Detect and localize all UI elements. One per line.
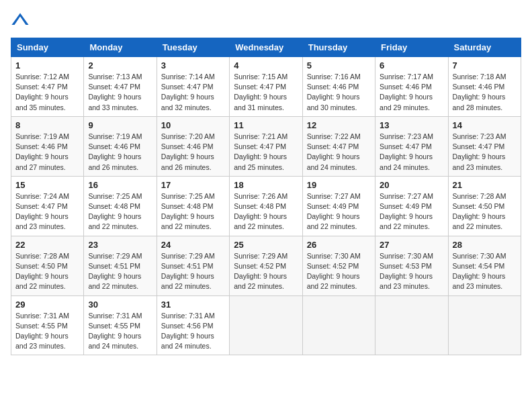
day-info: Sunrise: 7:12 AMSunset: 4:47 PMDaylight:… xyxy=(15,72,79,113)
day-number: 7 xyxy=(453,60,517,71)
day-number: 30 xyxy=(88,300,152,310)
header-sunday: Sunday xyxy=(11,38,84,57)
day-number: 14 xyxy=(453,120,517,130)
calendar-cell: 21Sunrise: 7:28 AMSunset: 4:50 PMDayligh… xyxy=(448,176,521,236)
logo xyxy=(11,11,32,30)
day-info: Sunrise: 7:28 AMSunset: 4:50 PMDaylight:… xyxy=(15,251,79,292)
calendar-table: SundayMondayTuesdayWednesdayThursdayFrid… xyxy=(11,38,521,355)
calendar-cell: 3Sunrise: 7:14 AMSunset: 4:47 PMDaylight… xyxy=(157,57,229,117)
day-info: Sunrise: 7:31 AMSunset: 4:56 PMDaylight:… xyxy=(161,311,225,352)
calendar-cell: 27Sunrise: 7:30 AMSunset: 4:53 PMDayligh… xyxy=(375,236,448,295)
calendar-cell: 14Sunrise: 7:23 AMSunset: 4:47 PMDayligh… xyxy=(448,116,521,176)
calendar-cell: 12Sunrise: 7:22 AMSunset: 4:47 PMDayligh… xyxy=(302,116,375,176)
day-info: Sunrise: 7:26 AMSunset: 4:48 PMDaylight:… xyxy=(234,191,298,232)
page-header xyxy=(11,11,521,30)
header-wednesday: Wednesday xyxy=(230,38,302,57)
day-info: Sunrise: 7:30 AMSunset: 4:53 PMDaylight:… xyxy=(380,251,443,292)
day-info: Sunrise: 7:24 AMSunset: 4:47 PMDaylight:… xyxy=(15,191,79,232)
day-info: Sunrise: 7:29 AMSunset: 4:51 PMDaylight:… xyxy=(88,251,152,292)
day-info: Sunrise: 7:29 AMSunset: 4:51 PMDaylight:… xyxy=(161,251,225,292)
day-number: 8 xyxy=(15,120,79,130)
day-number: 23 xyxy=(88,240,152,250)
day-info: Sunrise: 7:31 AMSunset: 4:55 PMDaylight:… xyxy=(15,311,79,352)
day-number: 10 xyxy=(161,120,225,130)
header-monday: Monday xyxy=(84,38,157,57)
calendar-cell: 23Sunrise: 7:29 AMSunset: 4:51 PMDayligh… xyxy=(84,236,157,295)
calendar-cell: 5Sunrise: 7:16 AMSunset: 4:46 PMDaylight… xyxy=(302,57,375,117)
day-info: Sunrise: 7:18 AMSunset: 4:46 PMDaylight:… xyxy=(453,72,517,113)
day-number: 12 xyxy=(307,120,371,130)
day-number: 13 xyxy=(380,120,443,130)
calendar-cell: 2Sunrise: 7:13 AMSunset: 4:47 PMDaylight… xyxy=(84,57,157,117)
day-info: Sunrise: 7:30 AMSunset: 4:54 PMDaylight:… xyxy=(453,251,517,292)
day-info: Sunrise: 7:19 AMSunset: 4:46 PMDaylight:… xyxy=(88,132,152,173)
day-info: Sunrise: 7:17 AMSunset: 4:46 PMDaylight:… xyxy=(380,72,443,113)
day-info: Sunrise: 7:23 AMSunset: 4:47 PMDaylight:… xyxy=(453,132,517,173)
calendar-cell: 24Sunrise: 7:29 AMSunset: 4:51 PMDayligh… xyxy=(157,236,229,295)
calendar-cell: 25Sunrise: 7:29 AMSunset: 4:52 PMDayligh… xyxy=(230,236,302,295)
day-number: 9 xyxy=(88,120,152,130)
day-number: 3 xyxy=(161,60,225,71)
day-number: 6 xyxy=(380,60,443,71)
day-number: 2 xyxy=(88,60,152,71)
header-friday: Friday xyxy=(375,38,448,57)
calendar-cell: 28Sunrise: 7:30 AMSunset: 4:54 PMDayligh… xyxy=(448,236,521,295)
calendar-header-row: SundayMondayTuesdayWednesdayThursdayFrid… xyxy=(11,38,521,57)
day-info: Sunrise: 7:29 AMSunset: 4:52 PMDaylight:… xyxy=(234,251,298,292)
day-number: 20 xyxy=(380,180,443,190)
day-number: 25 xyxy=(234,240,298,250)
day-number: 24 xyxy=(161,240,225,250)
header-saturday: Saturday xyxy=(448,38,521,57)
day-info: Sunrise: 7:22 AMSunset: 4:47 PMDaylight:… xyxy=(307,132,371,173)
calendar-cell: 1Sunrise: 7:12 AMSunset: 4:47 PMDaylight… xyxy=(11,57,84,117)
calendar-week-3: 15Sunrise: 7:24 AMSunset: 4:47 PMDayligh… xyxy=(11,176,521,236)
day-number: 18 xyxy=(234,180,298,190)
calendar-cell: 17Sunrise: 7:25 AMSunset: 4:48 PMDayligh… xyxy=(157,176,229,236)
day-info: Sunrise: 7:31 AMSunset: 4:55 PMDaylight:… xyxy=(88,311,152,352)
header-tuesday: Tuesday xyxy=(157,38,229,57)
day-number: 29 xyxy=(15,300,79,310)
calendar-cell: 11Sunrise: 7:21 AMSunset: 4:47 PMDayligh… xyxy=(230,116,302,176)
day-number: 21 xyxy=(453,180,517,190)
day-info: Sunrise: 7:21 AMSunset: 4:47 PMDaylight:… xyxy=(234,132,298,173)
day-number: 22 xyxy=(15,240,79,250)
calendar-cell: 8Sunrise: 7:19 AMSunset: 4:46 PMDaylight… xyxy=(11,116,84,176)
day-info: Sunrise: 7:16 AMSunset: 4:46 PMDaylight:… xyxy=(307,72,371,113)
calendar-cell: 4Sunrise: 7:15 AMSunset: 4:47 PMDaylight… xyxy=(230,57,302,117)
day-number: 26 xyxy=(307,240,371,250)
day-number: 17 xyxy=(161,180,225,190)
day-number: 11 xyxy=(234,120,298,130)
calendar-cell: 10Sunrise: 7:20 AMSunset: 4:46 PMDayligh… xyxy=(157,116,229,176)
calendar-cell: 6Sunrise: 7:17 AMSunset: 4:46 PMDaylight… xyxy=(375,57,448,117)
day-info: Sunrise: 7:13 AMSunset: 4:47 PMDaylight:… xyxy=(88,72,152,113)
calendar-cell: 30Sunrise: 7:31 AMSunset: 4:55 PMDayligh… xyxy=(84,295,157,355)
day-info: Sunrise: 7:28 AMSunset: 4:50 PMDaylight:… xyxy=(453,191,517,232)
day-number: 31 xyxy=(161,300,225,310)
calendar-week-2: 8Sunrise: 7:19 AMSunset: 4:46 PMDaylight… xyxy=(11,116,521,176)
calendar-cell: 19Sunrise: 7:27 AMSunset: 4:49 PMDayligh… xyxy=(302,176,375,236)
day-number: 1 xyxy=(15,60,79,71)
day-info: Sunrise: 7:30 AMSunset: 4:52 PMDaylight:… xyxy=(307,251,371,292)
calendar-cell: 13Sunrise: 7:23 AMSunset: 4:47 PMDayligh… xyxy=(375,116,448,176)
calendar-cell: 7Sunrise: 7:18 AMSunset: 4:46 PMDaylight… xyxy=(448,57,521,117)
day-info: Sunrise: 7:25 AMSunset: 4:48 PMDaylight:… xyxy=(88,191,152,232)
day-info: Sunrise: 7:25 AMSunset: 4:48 PMDaylight:… xyxy=(161,191,225,232)
calendar-cell: 29Sunrise: 7:31 AMSunset: 4:55 PMDayligh… xyxy=(11,295,84,355)
calendar-cell xyxy=(230,295,302,355)
day-info: Sunrise: 7:14 AMSunset: 4:47 PMDaylight:… xyxy=(161,72,225,113)
calendar-cell: 18Sunrise: 7:26 AMSunset: 4:48 PMDayligh… xyxy=(230,176,302,236)
calendar-cell xyxy=(302,295,375,355)
day-number: 15 xyxy=(15,180,79,190)
header-thursday: Thursday xyxy=(302,38,375,57)
calendar-cell: 31Sunrise: 7:31 AMSunset: 4:56 PMDayligh… xyxy=(157,295,229,355)
day-number: 16 xyxy=(88,180,152,190)
day-info: Sunrise: 7:27 AMSunset: 4:49 PMDaylight:… xyxy=(307,191,371,232)
calendar-cell: 15Sunrise: 7:24 AMSunset: 4:47 PMDayligh… xyxy=(11,176,84,236)
day-number: 5 xyxy=(307,60,371,71)
calendar-week-1: 1Sunrise: 7:12 AMSunset: 4:47 PMDaylight… xyxy=(11,57,521,117)
day-number: 28 xyxy=(453,240,517,250)
day-info: Sunrise: 7:23 AMSunset: 4:47 PMDaylight:… xyxy=(380,132,443,173)
calendar-week-4: 22Sunrise: 7:28 AMSunset: 4:50 PMDayligh… xyxy=(11,236,521,295)
calendar-cell: 16Sunrise: 7:25 AMSunset: 4:48 PMDayligh… xyxy=(84,176,157,236)
calendar-cell: 9Sunrise: 7:19 AMSunset: 4:46 PMDaylight… xyxy=(84,116,157,176)
